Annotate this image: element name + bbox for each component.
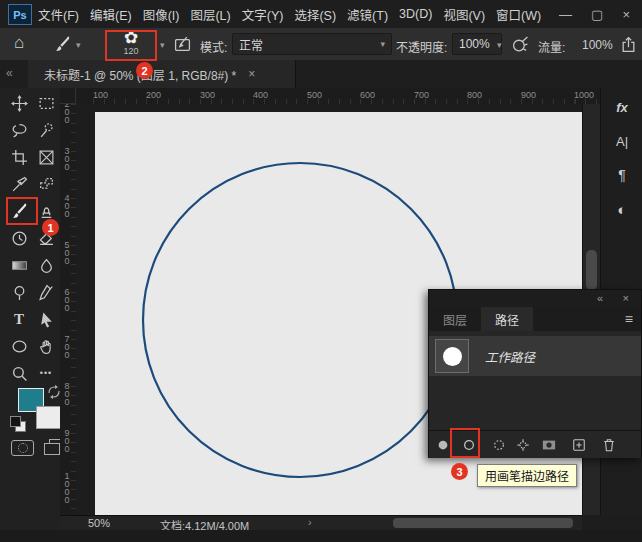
menu-3d[interactable]: 3D(D) (399, 7, 432, 21)
add-mask-button[interactable] (541, 437, 557, 453)
maximize-button[interactable]: ▢ (591, 7, 603, 22)
delete-path-button[interactable] (601, 437, 617, 453)
chevron-down-icon[interactable]: ▾ (76, 40, 81, 50)
toggle-brush-settings-button[interactable] (170, 32, 194, 56)
home-icon[interactable]: ⌂ (14, 33, 24, 53)
airbrush-icon (512, 36, 529, 53)
tool-move[interactable] (7, 91, 31, 115)
menu-edit[interactable]: 编辑(E) (90, 5, 132, 24)
zoom-level-field[interactable]: 50% (88, 517, 110, 529)
trash-icon (602, 438, 616, 452)
ruler-label: 600 (62, 287, 72, 311)
menu-view[interactable]: 视图(V) (443, 5, 485, 24)
work-path-label[interactable]: 工作路径 (485, 347, 535, 366)
default-colors-icon[interactable] (10, 416, 25, 430)
menu-file[interactable]: 文件(F) (38, 5, 79, 24)
tool-lasso[interactable] (7, 118, 31, 142)
menu-select[interactable]: 选择(S) (294, 5, 336, 24)
frame-icon (38, 149, 55, 166)
tool-dodge[interactable] (7, 280, 31, 304)
panel-collapse-icon[interactable]: « (597, 292, 603, 304)
chevron-down-icon[interactable]: ▾ (497, 40, 502, 50)
patch-icon (38, 176, 55, 193)
character-panel-icon[interactable]: A| (601, 126, 642, 156)
tool-history-brush[interactable] (7, 226, 31, 250)
quick-mask-button[interactable] (11, 440, 34, 456)
horizontal-ruler: 100 200 300 400 500 600 700 800 900 1000 (76, 88, 600, 105)
tool-zoom[interactable] (7, 361, 31, 385)
background-color-swatch[interactable] (36, 406, 61, 429)
minimize-button[interactable]: — (559, 7, 572, 22)
brush-panel-icon (174, 36, 191, 53)
tool-blur[interactable] (34, 253, 58, 277)
tool-hand[interactable] (34, 334, 58, 358)
menu-window[interactable]: 窗口(W) (496, 5, 541, 24)
ps-logo: Ps (8, 4, 32, 25)
menu-bar: Ps 文件(F) 编辑(E) 图像(I) 图层(L) 文字(Y) 选择(S) 滤… (0, 0, 642, 29)
tool-panel: T ••• (0, 88, 61, 542)
paths-panel-header: « × (429, 290, 641, 307)
make-path-button[interactable] (515, 437, 531, 453)
path-from-selection-icon (516, 438, 530, 452)
window-bottom-edge (0, 530, 642, 542)
vertical-ruler: 200 300 400 500 600 700 800 900 1000 (60, 104, 77, 515)
menu-filter[interactable]: 滤镜(T) (347, 5, 388, 24)
load-selection-button[interactable] (491, 437, 507, 453)
airbrush-toggle-button[interactable] (508, 32, 532, 56)
tab-paths[interactable]: 路径 (481, 307, 533, 331)
fx-panel-icon[interactable]: fx (601, 92, 642, 122)
collapse-docs-icon[interactable]: « (6, 66, 13, 80)
tool-shape-ellipse[interactable] (7, 334, 31, 358)
vertical-scrollbar-thumb[interactable] (586, 250, 597, 290)
ruler-label: 400 (253, 90, 268, 100)
dashed-circle-icon (492, 438, 506, 452)
horizontal-scrollbar-thumb[interactable] (393, 518, 573, 528)
work-path-row[interactable]: 工作路径 (429, 336, 641, 376)
close-button[interactable]: × (622, 7, 630, 22)
flow-value[interactable]: 100% (582, 38, 613, 52)
ruler-label: 200 (62, 104, 72, 123)
adjustments-panel-icon[interactable]: ◐ (601, 194, 642, 224)
ruler-label: 800 (62, 381, 72, 405)
tool-frame[interactable] (34, 145, 58, 169)
tab-close-icon[interactable]: × (248, 67, 255, 81)
tool-edit-toolbar[interactable]: ••• (34, 361, 58, 385)
export-button[interactable] (616, 32, 640, 56)
tool-quick-select[interactable] (34, 118, 58, 142)
menu-layer[interactable]: 图层(L) (190, 5, 230, 24)
eyedropper-icon (11, 176, 28, 193)
tab-layers[interactable]: 图层 (429, 307, 481, 331)
menu-image[interactable]: 图像(I) (143, 5, 180, 24)
fill-path-button[interactable] (435, 437, 451, 453)
status-chevron-icon[interactable]: › (308, 516, 312, 528)
new-path-button[interactable] (571, 437, 587, 453)
quick-mask-circle-icon (18, 443, 28, 453)
swap-colors-icon[interactable] (47, 385, 61, 399)
mini-black-swatch (10, 416, 21, 427)
opacity-field[interactable]: 100% (452, 33, 502, 55)
tool-type[interactable]: T (7, 307, 31, 331)
chevron-down-icon[interactable]: ▾ (160, 40, 165, 50)
menu-type[interactable]: 文字(Y) (242, 5, 284, 24)
tool-marquee[interactable] (34, 91, 58, 115)
hand-icon (38, 338, 55, 355)
panel-close-icon[interactable]: × (623, 292, 629, 304)
tool-gradient[interactable] (7, 253, 31, 277)
cursor-arrow-icon (38, 311, 55, 328)
tool-path-select[interactable] (34, 307, 58, 331)
paths-panel-tabs: 图层 路径 ≡ (429, 307, 641, 331)
paragraph-panel-icon[interactable]: ¶ (601, 160, 642, 190)
panel-menu-icon[interactable]: ≡ (625, 311, 633, 327)
document-tab[interactable]: 未标题-1 @ 50% (图层 1, RGB/8#) * × (28, 60, 296, 88)
tool-pen[interactable] (34, 280, 58, 304)
ruler-label: 900 (521, 90, 536, 100)
tool-eyedropper[interactable] (7, 172, 31, 196)
brush-tool-preset-icon[interactable] (50, 32, 74, 56)
ruler-label: 200 (146, 90, 161, 100)
tab-bar: « 未标题-1 @ 50% (图层 1, RGB/8#) * × (0, 60, 642, 89)
tool-crop[interactable] (7, 145, 31, 169)
dodge-icon (11, 284, 28, 301)
quick-select-icon (38, 122, 55, 139)
mode-select[interactable]: 正常 ▾ (232, 33, 392, 55)
tool-patch[interactable] (34, 172, 58, 196)
